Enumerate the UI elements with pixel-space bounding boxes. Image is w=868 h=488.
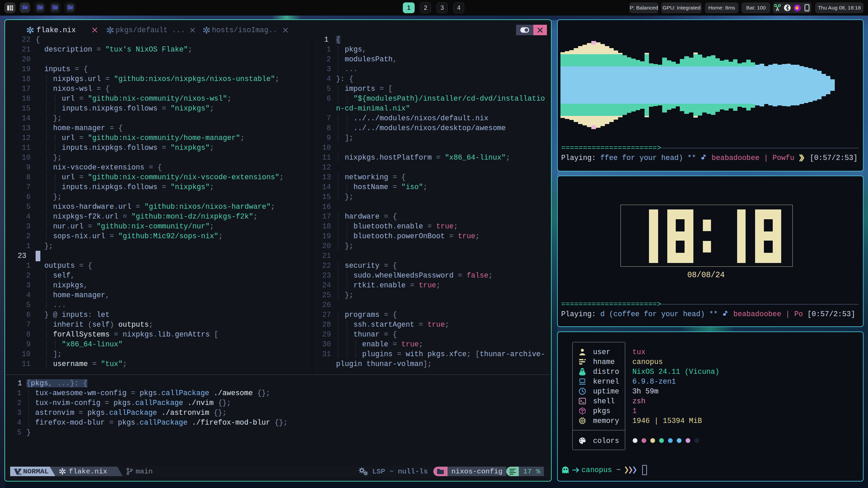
svg-text:im: im (18, 472, 22, 475)
